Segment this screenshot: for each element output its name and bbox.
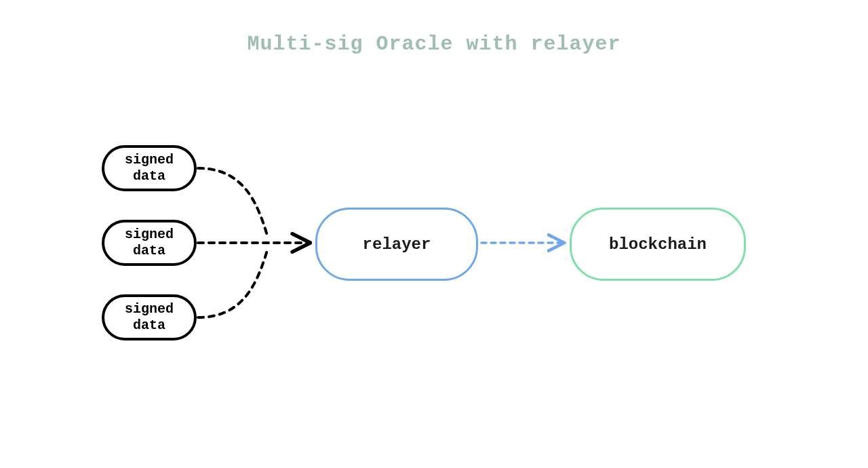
edge-signed3-to-relayer <box>198 248 268 317</box>
node-signed-data-2-line2: data <box>133 243 165 258</box>
diagram-canvas: signed data signed data signed data rela… <box>0 0 868 468</box>
node-signed-data-3-line2: data <box>133 317 165 333</box>
node-signed-data-3: signed data <box>102 294 197 340</box>
node-relayer-label: relayer <box>363 235 431 254</box>
node-signed-data-2-line1: signed <box>125 227 174 242</box>
node-blockchain: blockchain <box>570 208 746 281</box>
node-signed-data-3-line1: signed <box>125 301 174 317</box>
node-signed-data-1-line1: signed <box>125 152 174 168</box>
node-signed-data-1: signed data <box>102 145 197 191</box>
node-relayer: relayer <box>315 208 478 281</box>
edge-signed1-to-relayer <box>198 168 268 237</box>
node-signed-data-2: signed data <box>102 220 197 266</box>
node-signed-data-1-line2: data <box>133 168 165 184</box>
node-blockchain-label: blockchain <box>609 235 707 254</box>
